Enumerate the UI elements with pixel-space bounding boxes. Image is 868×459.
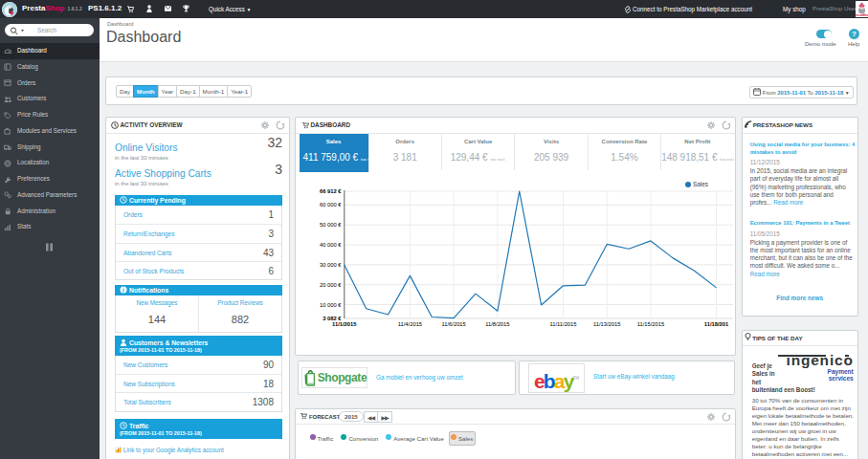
- svg-text:11/6/2015: 11/6/2015: [441, 321, 465, 327]
- svg-text:50 000 €: 50 000 €: [320, 222, 342, 228]
- svg-text:20 000 €: 20 000 €: [320, 282, 342, 288]
- svg-text:11/11/2015: 11/11/2015: [549, 321, 576, 327]
- svg-text:60 000 €: 60 000 €: [320, 202, 342, 208]
- svg-text:11/13/2015: 11/13/2015: [593, 321, 621, 327]
- svg-text:Sales: Sales: [693, 181, 708, 187]
- svg-text:40 000 €: 40 000 €: [320, 242, 342, 248]
- svg-text:10 000 €: 10 000 €: [320, 302, 342, 308]
- svg-text:PrestaShop: PrestaShop: [856, 13, 868, 17]
- svg-text:11/15/2015: 11/15/2015: [637, 321, 665, 327]
- svg-text:11/8/2015: 11/8/2015: [485, 321, 509, 327]
- svg-text:66 912 €: 66 912 €: [320, 188, 342, 194]
- svg-text:11/1/2015: 11/1/2015: [332, 321, 357, 327]
- svg-text:30 000 €: 30 000 €: [320, 262, 342, 268]
- svg-text:11/18/201: 11/18/201: [704, 321, 729, 327]
- svg-text:11/4/2015: 11/4/2015: [398, 321, 422, 327]
